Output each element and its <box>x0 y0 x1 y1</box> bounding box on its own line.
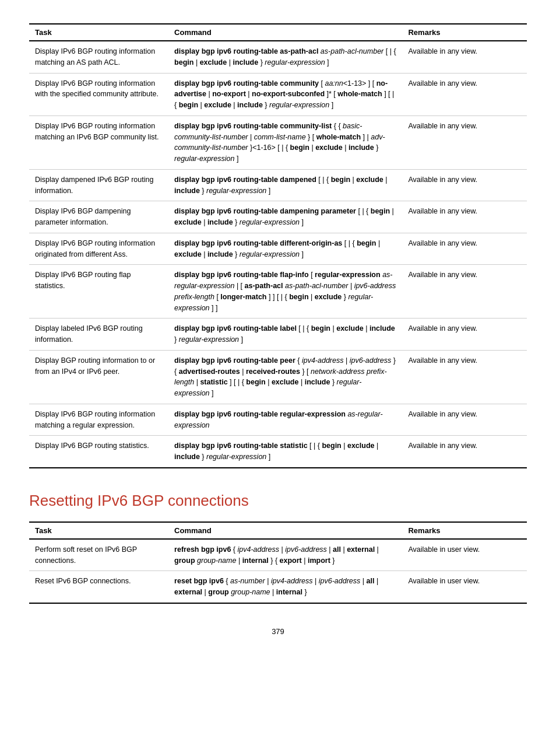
col-header-remarks: Remarks <box>402 24 527 41</box>
remarks-cell: Available in user view. <box>402 571 527 603</box>
table-row: Display IPv6 BGP routing information mat… <box>29 41 527 73</box>
main-table: Task Command Remarks Display IPv6 BGP ro… <box>29 23 527 468</box>
command-cell: display bgp ipv6 routing-table community… <box>168 116 402 169</box>
task-cell: Display IPv6 BGP routing statistics. <box>29 436 168 468</box>
task-cell: Display IPv6 BGP routing information mat… <box>29 404 168 436</box>
command-cell: display bgp ipv6 routing-table label [ |… <box>168 318 402 351</box>
remarks-cell: Available in any view. <box>402 350 527 404</box>
command-cell: display bgp ipv6 routing-table dampened … <box>168 169 402 201</box>
command-cell: display bgp ipv6 routing-table regular-e… <box>168 404 402 436</box>
task-cell: Display labeled IPv6 BGP routing informa… <box>29 318 168 351</box>
table-row: Perform soft reset on IPv6 BGP connectio… <box>29 539 527 571</box>
table-row: Reset IPv6 BGP connections. reset bgp ip… <box>29 571 527 603</box>
remarks-cell: Available in any view. <box>402 41 527 73</box>
task-cell: Reset IPv6 BGP connections. <box>29 571 168 603</box>
command-cell: display bgp ipv6 routing-table as-path-a… <box>168 41 402 73</box>
remarks-cell: Available in any view. <box>402 169 527 201</box>
col2-header-task: Task <box>29 522 168 539</box>
task-cell: Display IPv6 BGP dampening parameter inf… <box>29 201 168 233</box>
remarks-cell: Available in any view. <box>402 116 527 169</box>
col-header-command: Command <box>168 24 402 41</box>
table-row: Display BGP routing information to or fr… <box>29 350 527 404</box>
table-row: Display labeled IPv6 BGP routing informa… <box>29 318 527 351</box>
remarks-cell: Available in any view. <box>402 73 527 116</box>
command-cell: display bgp ipv6 routing-table dampening… <box>168 201 402 233</box>
table-row: Display IPv6 BGP dampening parameter inf… <box>29 201 527 233</box>
command-cell: display bgp ipv6 routing-table community… <box>168 73 402 116</box>
table-row: Display IPv6 BGP routing information mat… <box>29 404 527 436</box>
remarks-cell: Available in any view. <box>402 436 527 468</box>
page-number: 379 <box>29 627 527 636</box>
command-cell: display bgp ipv6 routing-table different… <box>168 233 402 265</box>
remarks-cell: Available in any view. <box>402 318 527 351</box>
col-header-task: Task <box>29 24 168 41</box>
task-cell: Display IPv6 BGP routing information mat… <box>29 116 168 169</box>
section-title: Resetting IPv6 BGP connections <box>29 492 527 510</box>
table-row: Display IPv6 BGP routing information ori… <box>29 233 527 265</box>
table-row: Display IPv6 BGP routing flap statistics… <box>29 265 527 318</box>
table-row: Display IPv6 BGP routing information mat… <box>29 116 527 169</box>
remarks-cell: Available in any view. <box>402 265 527 318</box>
remarks-cell: Available in any view. <box>402 201 527 233</box>
table-row: Display IPv6 BGP routing statistics. dis… <box>29 436 527 468</box>
command-cell: display bgp ipv6 routing-table flap-info… <box>168 265 402 318</box>
task-cell: Display IPv6 BGP routing flap statistics… <box>29 265 168 318</box>
task-cell: Display IPv6 BGP routing information wit… <box>29 73 168 116</box>
task-cell: Display BGP routing information to or fr… <box>29 350 168 404</box>
second-table: Task Command Remarks Perform soft reset … <box>29 522 527 604</box>
task-cell: Display IPv6 BGP routing information mat… <box>29 41 168 73</box>
task-cell: Display dampened IPv6 BGP routing inform… <box>29 169 168 201</box>
table-row: Display IPv6 BGP routing information wit… <box>29 73 527 116</box>
command-cell: refresh bgp ipv6 { ipv4-address | ipv6-a… <box>168 539 402 571</box>
remarks-cell: Available in any view. <box>402 233 527 265</box>
command-cell: reset bgp ipv6 { as-number | ipv4-addres… <box>168 571 402 603</box>
col2-header-command: Command <box>168 522 402 539</box>
command-cell: display bgp ipv6 routing-table statistic… <box>168 436 402 468</box>
col2-header-remarks: Remarks <box>402 522 527 539</box>
table-row: Display dampened IPv6 BGP routing inform… <box>29 169 527 201</box>
task-cell: Display IPv6 BGP routing information ori… <box>29 233 168 265</box>
remarks-cell: Available in any view. <box>402 404 527 436</box>
remarks-cell: Available in user view. <box>402 539 527 571</box>
command-cell: display bgp ipv6 routing-table peer { ip… <box>168 350 402 404</box>
task-cell: Perform soft reset on IPv6 BGP connectio… <box>29 539 168 571</box>
